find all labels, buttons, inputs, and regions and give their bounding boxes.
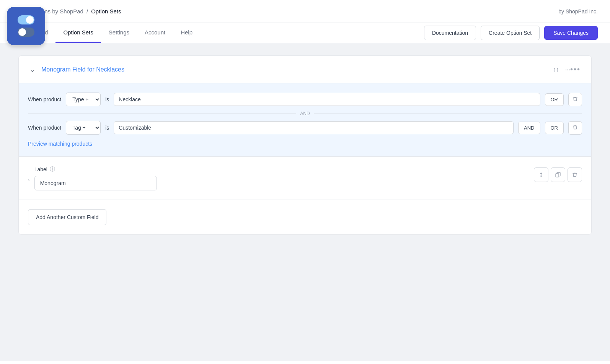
collapse-button[interactable]: ⌄ (28, 64, 37, 75)
or-button-2[interactable]: OR (545, 122, 564, 134)
label-input[interactable] (34, 176, 157, 190)
field-label-row: Label ⓘ (34, 166, 534, 173)
and-divider: AND (28, 111, 582, 116)
info-icon[interactable]: ⓘ (50, 166, 55, 173)
delete-condition-1[interactable] (568, 93, 582, 106)
create-option-set-button[interactable]: Create Option Set (481, 26, 540, 40)
and-divider-line-left (28, 114, 296, 114)
delete-field-button[interactable] (568, 167, 582, 182)
delete-condition-2[interactable] (568, 121, 582, 135)
svg-rect-0 (556, 174, 559, 177)
or-button-1[interactable]: OR (545, 93, 564, 106)
tab-help[interactable]: Help (173, 23, 200, 43)
add-custom-field-button[interactable]: Add Another Custom Field (28, 209, 106, 225)
field-row: › Label ⓘ (28, 166, 582, 190)
add-field-section: Add Another Custom Field (19, 200, 591, 234)
when-product-label-2: When product (28, 125, 61, 131)
condition-row-2: When product Tag ÷ Type Vendor Title is … (28, 121, 582, 135)
field-left: › Label ⓘ (28, 166, 534, 190)
condition-row-1: When product Type ÷ Tag Vendor Title is … (28, 93, 582, 106)
save-changes-button[interactable]: Save Changes (544, 26, 598, 40)
duplicate-field-button[interactable] (551, 167, 565, 182)
sort-icon-button[interactable]: ↕ (551, 65, 560, 75)
condition-is-label-2: is (105, 125, 109, 131)
tab-account[interactable]: Account (137, 23, 173, 43)
breadcrumb-current: Option Sets (91, 8, 121, 15)
nav-tabs: Dashboard Option Sets Settings Account H… (0, 23, 610, 43)
when-product-label-1: When product (28, 96, 61, 102)
condition-type-select-1[interactable]: Type ÷ Tag Vendor Title (66, 93, 101, 106)
and-divider-line-right (314, 114, 582, 114)
conditions-section: When product Type ÷ Tag Vendor Title is … (19, 83, 591, 157)
page-content: ⌄ Monogram Field for Necklaces ↕ ••• Whe… (0, 43, 610, 361)
option-set-title: Monogram Field for Necklaces (41, 66, 124, 73)
condition-type-select-2[interactable]: Tag ÷ Type Vendor Title (66, 121, 101, 135)
tab-option-sets[interactable]: Option Sets (55, 23, 101, 43)
and-label: AND (296, 111, 313, 116)
condition-is-label-1: is (105, 96, 109, 102)
and-button-2[interactable]: AND (518, 122, 540, 134)
label-text: Label (34, 166, 47, 172)
condition-value-input-1[interactable] (114, 93, 540, 106)
field-actions (534, 167, 582, 182)
option-set-card: ⌄ Monogram Field for Necklaces ↕ ••• Whe… (18, 55, 592, 235)
field-content: Label ⓘ (34, 166, 534, 190)
move-field-button[interactable] (534, 167, 548, 182)
header: Infinite Options by ShopPad / Option Set… (0, 0, 610, 23)
card-header: ⌄ Monogram Field for Necklaces ↕ ••• (19, 56, 591, 83)
more-options-button[interactable]: ••• (563, 63, 582, 75)
custom-field-section: › Label ⓘ (19, 157, 591, 200)
documentation-button[interactable]: Documentation (424, 26, 476, 40)
card-header-left: ⌄ Monogram Field for Necklaces (28, 64, 551, 75)
preview-matching-products-link[interactable]: Preview matching products (28, 141, 92, 147)
main-container: Infinite Options by ShopPad / Option Set… (0, 0, 610, 364)
tab-settings[interactable]: Settings (101, 23, 137, 43)
condition-value-input-2[interactable] (114, 121, 514, 134)
toggle-off (18, 28, 34, 37)
chevron-right-icon[interactable]: › (28, 177, 30, 183)
breadcrumb-separator: / (86, 8, 88, 15)
app-icon (7, 7, 45, 45)
nav-actions: Documentation Create Option Set Save Cha… (424, 26, 598, 40)
toggle-on (18, 15, 34, 24)
card-header-actions: ↕ ••• (551, 63, 582, 75)
by-label: by ShopPad Inc. (558, 8, 598, 15)
